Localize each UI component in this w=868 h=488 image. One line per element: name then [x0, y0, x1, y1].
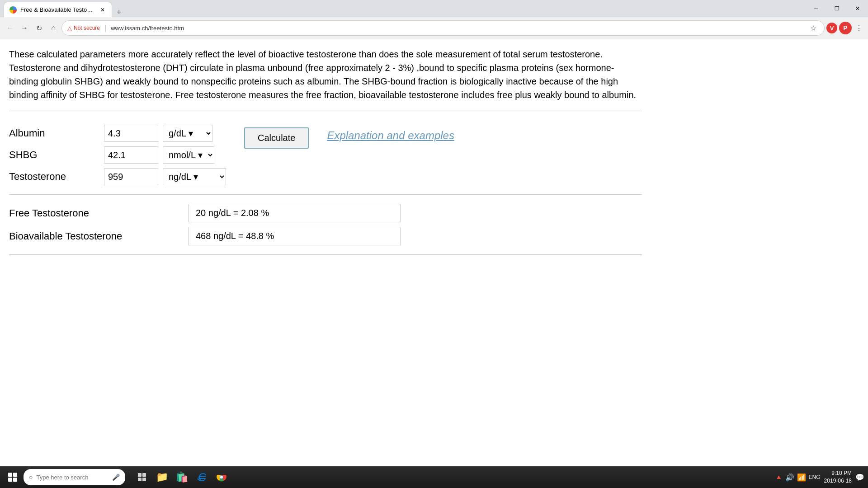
albumin-label: Albumin: [9, 127, 99, 139]
calculate-button[interactable]: Calculate: [244, 127, 309, 149]
menu-icon[interactable]: ⋮: [854, 23, 864, 33]
bioavail-testo-result: 468 ng/dL = 48.8 %: [188, 227, 401, 245]
close-button[interactable]: ✕: [847, 0, 868, 17]
not-secure-label: Not secure: [74, 25, 100, 31]
browser-chrome: Free & Bioavailable Testosterone ✕ + ─ ❐…: [0, 0, 868, 39]
inputs-area: Albumin g/dL ▾ g/L SHBG nmol/L ▾ µg/dL T…: [9, 125, 226, 185]
address-bar[interactable]: △ Not secure | www.issam.ch/freetesto.ht…: [61, 20, 825, 36]
testosterone-unit-select[interactable]: ng/dL ▾ nmol/L ng/mL: [163, 168, 226, 185]
minimize-button[interactable]: ─: [806, 0, 826, 17]
favicon-icon: [9, 6, 17, 14]
albumin-row: Albumin g/dL ▾ g/L: [9, 125, 226, 142]
url-separator: |: [104, 24, 106, 32]
extensions-icon[interactable]: V: [826, 23, 837, 33]
testosterone-label: Testosterone: [9, 171, 99, 183]
top-divider: [9, 111, 642, 111]
not-secure-indicator: △ Not secure: [67, 25, 100, 32]
back-button[interactable]: ←: [4, 22, 16, 34]
profile-icon[interactable]: P: [839, 22, 852, 34]
url-text: www.issam.ch/freetesto.htm: [111, 25, 805, 32]
albumin-unit-select[interactable]: g/dL ▾ g/L: [163, 125, 212, 142]
calculator-section: Albumin g/dL ▾ g/L SHBG nmol/L ▾ µg/dL T…: [9, 125, 642, 185]
tab-close-button[interactable]: ✕: [99, 6, 106, 14]
free-testosterone-row: Free Testosterone 20 ng/dL = 2.08 %: [9, 204, 642, 222]
omnibox-icons: ☆: [808, 23, 819, 33]
explanation-link[interactable]: Explanation and examples: [327, 129, 454, 142]
window-controls: ─ ❐ ✕: [806, 0, 868, 17]
testosterone-input[interactable]: [104, 168, 158, 185]
results-section: Free Testosterone 20 ng/dL = 2.08 % Bioa…: [9, 204, 642, 245]
intro-paragraph: These calculated parameters more accurat…: [9, 47, 642, 102]
shbg-row: SHBG nmol/L ▾ µg/dL: [9, 146, 226, 164]
shbg-input[interactable]: [104, 146, 158, 164]
middle-divider: [9, 194, 642, 195]
bioavail-testosterone-row: Bioavailable Testosterone 468 ng/dL = 48…: [9, 227, 642, 245]
home-button[interactable]: ⌂: [47, 22, 60, 34]
shbg-unit-select[interactable]: nmol/L ▾ µg/dL: [163, 146, 214, 164]
testosterone-row: Testosterone ng/dL ▾ nmol/L ng/mL: [9, 168, 226, 185]
free-testo-result: 20 ng/dL = 2.08 %: [188, 204, 401, 222]
new-tab-button[interactable]: +: [112, 8, 126, 17]
page-content: These calculated parameters more accurat…: [0, 39, 651, 273]
free-testo-label: Free Testosterone: [9, 207, 181, 219]
active-tab[interactable]: Free & Bioavailable Testosterone ✕: [4, 2, 112, 17]
tab-title: Free & Bioavailable Testosterone: [20, 6, 95, 13]
forward-button[interactable]: →: [18, 22, 31, 34]
albumin-input[interactable]: [104, 125, 158, 142]
refresh-button[interactable]: ↻: [33, 22, 45, 34]
bookmark-icon[interactable]: ☆: [808, 23, 819, 33]
tab-bar: Free & Bioavailable Testosterone ✕ + ─ ❐…: [0, 0, 868, 17]
warning-icon: △: [67, 25, 72, 32]
restore-button[interactable]: ❐: [826, 0, 847, 17]
shbg-label: SHBG: [9, 149, 99, 161]
bioavail-testo-label: Bioavailable Testosterone: [9, 230, 181, 242]
omnibox-bar: ← → ↻ ⌂ △ Not secure | www.issam.ch/free…: [0, 17, 868, 39]
bottom-divider: [9, 254, 642, 255]
